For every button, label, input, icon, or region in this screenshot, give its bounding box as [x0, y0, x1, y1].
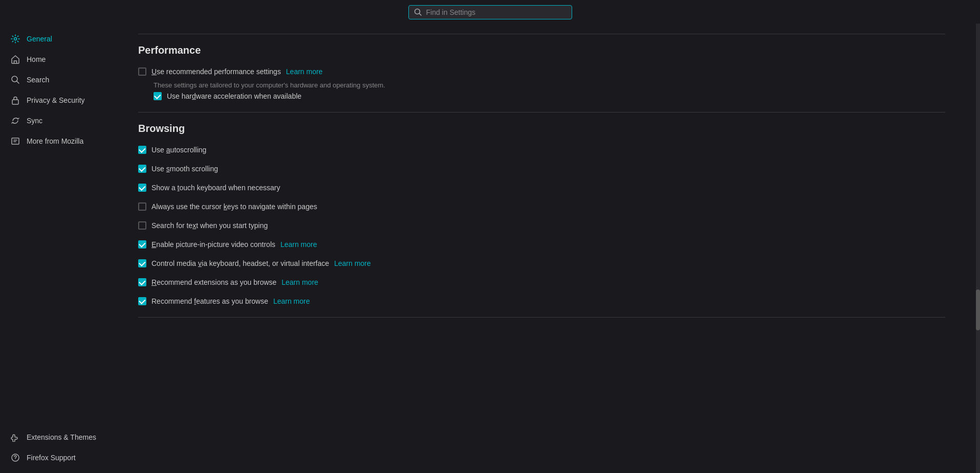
setting-row-picture-in-picture: Enable picture-in-picture video controls…: [138, 239, 945, 250]
sidebar-item-search[interactable]: Search: [0, 70, 118, 90]
checkbox-recommend-features[interactable]: [138, 297, 146, 305]
svg-rect-6: [12, 138, 19, 144]
setting-row-touch-keyboard: Show a touch keyboard when necessary: [138, 183, 945, 193]
sidebar-item-general-label: General: [27, 35, 52, 43]
sidebar-item-extensions-label: Extensions & Themes: [27, 433, 96, 441]
cursor-keys-label[interactable]: Always use the cursor keys to navigate w…: [151, 201, 317, 212]
sidebar-item-sync[interactable]: Sync: [0, 110, 118, 131]
smooth-scrolling-label[interactable]: Use smooth scrolling: [151, 164, 218, 174]
media-keyboard-label[interactable]: Control media via keyboard, headset, or …: [151, 258, 371, 269]
scrollbar-thumb[interactable]: [976, 289, 980, 330]
top-bar: [0, 0, 980, 24]
checkbox-hardware-acceleration[interactable]: [154, 92, 162, 100]
media-keyboard-learn-more[interactable]: Learn more: [334, 259, 371, 267]
find-in-settings-box: [408, 5, 572, 19]
setting-row-autoscrolling: Use autoscrolling: [138, 145, 945, 155]
setting-row-recommend-extensions: Recommend extensions as you browse Learn…: [138, 277, 945, 288]
recommend-features-label[interactable]: Recommend features as you browse Learn m…: [151, 296, 310, 307]
sidebar-item-home-label: Home: [27, 55, 46, 63]
recommended-performance-description: These settings are tailored to your comp…: [154, 81, 945, 89]
setting-row-recommended-performance: Use recommended performance settings Lea…: [138, 66, 945, 77]
settings-content: Performance Use recommended performance …: [118, 24, 976, 473]
sidebar-item-support-label: Firefox Support: [27, 454, 76, 462]
checkbox-smooth-scrolling[interactable]: [138, 165, 146, 173]
search-nav-icon: [10, 75, 20, 85]
picture-in-picture-label[interactable]: Enable picture-in-picture video controls…: [151, 239, 317, 250]
recommend-features-learn-more[interactable]: Learn more: [273, 297, 310, 305]
sidebar-item-sync-label: Sync: [27, 117, 42, 125]
checkbox-touch-keyboard[interactable]: [138, 184, 146, 192]
main-layout: General Home: [0, 24, 980, 473]
picture-in-picture-learn-more[interactable]: Learn more: [280, 240, 317, 249]
top-divider: [138, 34, 945, 34]
sidebar-bottom: Extensions & Themes Firefox Support: [0, 427, 118, 468]
sync-icon: [10, 116, 20, 126]
checkbox-recommend-extensions[interactable]: [138, 278, 146, 286]
scrollbar[interactable]: [976, 24, 980, 473]
setting-row-smooth-scrolling: Use smooth scrolling: [138, 164, 945, 174]
lock-icon: [10, 95, 20, 105]
checkbox-recommended-performance[interactable]: [138, 67, 146, 76]
setting-row-media-keyboard: Control media via keyboard, headset, or …: [138, 258, 945, 269]
sidebar-item-general[interactable]: General: [0, 29, 118, 49]
svg-line-4: [17, 81, 19, 84]
support-icon: [10, 453, 20, 463]
svg-line-1: [419, 14, 421, 16]
svg-point-2: [14, 38, 17, 40]
sidebar-top: General Home: [0, 29, 118, 151]
search-icon: [414, 8, 422, 16]
sidebar-item-mozilla[interactable]: More from Mozilla: [0, 131, 118, 151]
hardware-acceleration-label[interactable]: Use hardware acceleration when available: [167, 91, 301, 102]
home-icon: [10, 54, 20, 64]
sidebar-item-extensions-themes[interactable]: Extensions & Themes: [0, 427, 118, 447]
gear-icon: [10, 34, 20, 44]
recommend-extensions-learn-more[interactable]: Learn more: [281, 278, 318, 286]
browsing-section-title: Browsing: [138, 123, 945, 134]
sidebar-item-privacy-security[interactable]: Privacy & Security: [0, 90, 118, 110]
checkbox-cursor-keys[interactable]: [138, 202, 146, 211]
bottom-divider: [138, 317, 945, 318]
checkbox-autoscrolling[interactable]: [138, 146, 146, 154]
performance-section-title: Performance: [138, 44, 945, 56]
checkbox-picture-in-picture[interactable]: [138, 240, 146, 249]
touch-keyboard-label[interactable]: Show a touch keyboard when necessary: [151, 183, 280, 193]
svg-rect-5: [12, 100, 18, 104]
sidebar: General Home: [0, 24, 118, 473]
extensions-icon: [10, 432, 20, 442]
performance-browsing-divider: [138, 112, 945, 112]
sidebar-item-home[interactable]: Home: [0, 49, 118, 70]
checkbox-media-keyboard[interactable]: [138, 259, 146, 267]
setting-row-recommend-features: Recommend features as you browse Learn m…: [138, 296, 945, 307]
sidebar-item-privacy-label: Privacy & Security: [27, 96, 85, 104]
setting-row-search-text: Search for text when you start typing: [138, 220, 945, 231]
recommend-extensions-label[interactable]: Recommend extensions as you browse Learn…: [151, 277, 318, 288]
recommended-performance-label[interactable]: Use recommended performance settings Lea…: [151, 66, 322, 77]
autoscrolling-label[interactable]: Use autoscrolling: [151, 145, 206, 155]
checkbox-search-text[interactable]: [138, 221, 146, 230]
setting-row-cursor-keys: Always use the cursor keys to navigate w…: [138, 201, 945, 212]
search-text-label[interactable]: Search for text when you start typing: [151, 220, 268, 231]
setting-row-hardware-acceleration: Use hardware acceleration when available: [154, 91, 945, 102]
find-in-settings-input[interactable]: [426, 8, 567, 16]
mozilla-icon: [10, 136, 20, 146]
recommended-performance-learn-more[interactable]: Learn more: [286, 67, 323, 76]
sidebar-item-firefox-support[interactable]: Firefox Support: [0, 447, 118, 468]
sidebar-item-search-label: Search: [27, 76, 49, 84]
sidebar-item-mozilla-label: More from Mozilla: [27, 137, 83, 145]
